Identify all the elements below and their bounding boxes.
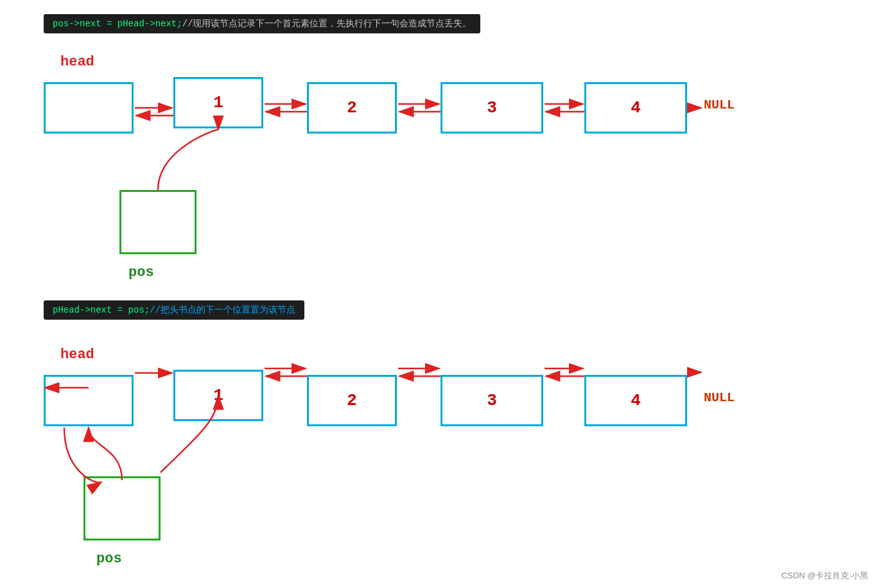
watermark: CSDN @卡拉肖克·小黑 [781,570,868,582]
node-box-d1-1: 1 [173,77,263,128]
node-box-d2-2: 2 [307,375,397,426]
null-label-2: NULL [704,390,735,405]
arrows-d2 [0,293,881,588]
node-box-d2-4: 4 [584,375,687,426]
pos-label-2: pos [96,551,122,567]
code-bar-2: pHead->next = pos;//把头书点的下一个位置置为该节点 [44,300,304,320]
pos-label-1: pos [128,264,154,281]
node-box-d1-4: 4 [584,82,687,134]
node-box-d1-0 [44,82,134,134]
node-box-d1-3: 3 [440,82,543,134]
head-label-1: head [60,54,94,70]
node-box-d2-0 [44,375,134,426]
code-text-1: pos->next = pHead->next; [53,19,182,29]
null-label-1: NULL [704,98,735,112]
code-comment-1: //现用该节点记录下一个首元素位置，先执行行下一句会造成节点丢失。 [182,19,472,29]
pos-box-d2 [83,476,161,540]
node-box-d2-1: 1 [173,370,263,421]
code-bar-1: pos->next = pHead->next;//现用该节点记录下一个首元素位… [44,14,480,33]
pos-box-d1 [119,190,196,254]
node-box-d1-2: 2 [307,82,397,134]
head-label-2: head [60,347,94,363]
node-box-d2-3: 3 [440,375,543,426]
code-text-2: pHead->next = pos; [53,305,150,315]
code-comment-2: //把头书点的下一个位置置为该节点 [150,305,295,315]
